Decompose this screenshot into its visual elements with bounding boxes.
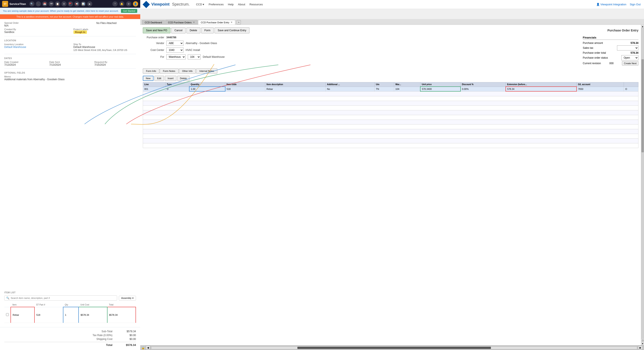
subtotals-section: Sub-Total $578.34 Tax Rate (0.00%) $0.00… [0,327,140,350]
optional-fields-header: OPTIONAL FIELDS [4,72,136,74]
form-button[interactable]: Form [201,27,214,33]
horizontal-scrollbar[interactable] [151,346,637,349]
cancel-button[interactable]: Cancel [171,27,186,33]
line-insert-button[interactable]: Insert [165,76,176,81]
search-box[interactable]: 🔍 [4,296,117,301]
row-discount: 0.00% [460,87,506,91]
vp-nav-ccd[interactable]: CCD ▾ [196,3,204,6]
rough-in-tag: Rough In [74,30,87,34]
row-unit-cost: $578.34 [78,307,107,323]
col-checkbox [4,303,11,307]
empty-row [143,101,638,105]
megaphone-icon[interactable]: 📢 [74,1,80,6]
st-nav-icons: 🔍 📞 📅 🗺 📋 ⚙ 🚩 📢 📊 ▶ [29,1,92,6]
vp-nav-help[interactable]: Help [228,3,234,6]
vendor-label: Vendor [143,42,164,45]
sales-tax-select[interactable] [617,45,638,50]
scroll-down-btn[interactable]: ▼ [641,342,644,345]
delete-button[interactable]: Delete [186,27,200,33]
scroll-resize-handle[interactable]: ◻ [641,339,644,342]
vendor-select[interactable]: ABE [166,41,184,46]
ship-to-name: Default Warehouse [74,45,136,48]
inventory-location-label: Inventory Location [4,43,67,45]
cost-center-select[interactable]: 1040 [166,47,184,53]
tab-add-button[interactable]: + [236,20,241,24]
tab-ccd-po-entry[interactable]: CCD Purchase Order Entry ✕ [198,20,235,24]
vp-table-row[interactable]: 001 D 1.00 518 Rebar No TN 104 578.3400 [143,87,638,91]
user-icon[interactable]: 👤 [133,1,138,6]
vp-nav-preferences[interactable]: Preferences [209,3,224,6]
calendar-icon[interactable]: 📅 [42,1,47,6]
th-item-code: Item code [225,82,265,87]
tab-ccd-purchase-orders[interactable]: CCD Purchase Orders ✕ [165,20,198,24]
for-warehouse-select[interactable]: Warehouse [166,54,186,59]
row-total: $578.34 [107,307,136,323]
row-item: Rebar [11,307,34,323]
vp-logo-diamond [142,1,150,8]
tab-purchase-orders-close[interactable]: ✕ [193,21,195,24]
dispatch-icon[interactable]: 🗺 [48,1,54,6]
po-status-select[interactable]: Open [621,55,638,60]
assembly-filter-btn[interactable]: Assembly ▾ [119,296,136,301]
line-edit-button[interactable]: Edit [154,76,164,81]
inventory-location-link[interactable]: Default Warehouse [4,45,26,48]
settings-icon[interactable]: ⚙ [62,1,66,6]
vp-nav-right: 👤 Viewpoint Integration Sign Out [596,3,640,6]
search-input[interactable] [11,297,115,299]
memo-label: Memo [4,75,136,78]
vp-line-items-table: Line Type Quantity Item code Item descri… [143,82,638,148]
vp-signout-link[interactable]: Sign Out [630,3,640,6]
empty-row [143,115,638,120]
th-extra [624,82,638,87]
tax-rate-label: Tax Rate (0.00%) [92,334,112,337]
tab-po-entry-close[interactable]: ✕ [230,21,232,24]
help-icon[interactable]: ? [112,1,118,6]
vp-nav-resources[interactable]: Resources [250,3,263,6]
col-st-part: ST Part # [34,303,63,307]
shipping-label: Shipping Cost [96,338,112,341]
for-code-select[interactable]: 104 [188,54,200,59]
row-item-desc: Rebar [265,87,326,91]
po-total-label: Purchase order total [583,51,606,54]
vp-right-scrollbar[interactable]: ▲ ◻ ▼ [641,25,644,345]
tax-rate-value: $0.00 [121,334,136,337]
date-sent-value: 7/13/2024 [49,63,91,66]
clipboard-icon[interactable]: 📋 [55,1,60,6]
create-next-button[interactable]: Create Next [622,61,638,65]
search-nav-icon[interactable]: 🔍 [29,1,34,6]
line-new-button[interactable]: New [143,76,154,81]
lock-icon: 🔒 [142,346,145,349]
flag-icon[interactable]: 🚩 [68,1,73,6]
po-total-value: 578.34 [630,51,638,54]
for-name: Default Warehouse [203,55,224,58]
gear-settings-icon[interactable]: ⚙ [126,1,131,6]
created-by-label: Created By [4,28,67,30]
date-sent-label: Date Sent [49,61,91,63]
save-new-po-button[interactable]: Save and New PO [143,27,170,33]
play-icon[interactable]: ▶ [87,1,92,6]
form-info-tab[interactable]: Form Info [143,68,159,74]
form-notes-tab[interactable]: Form Notes [160,68,178,74]
scroll-left-btn[interactable]: ◀ [146,346,150,350]
scroll-up-btn[interactable]: ▲ [641,25,644,28]
item-list-header: ITEM LIST [4,291,136,294]
vp-integration-link[interactable]: 👤 Viewpoint Integration [596,3,626,6]
phone-icon[interactable]: 📞 [36,1,41,6]
other-info-tab[interactable]: Other Info [179,68,196,74]
line-delete-button[interactable]: Delete [177,76,190,81]
tab-ccd-dashboard[interactable]: CCD Dashboard [142,20,165,24]
row-checkbox[interactable] [4,307,11,323]
th-type: Type [166,82,189,87]
save-continue-button[interactable]: Save and Continue Entry [214,27,250,33]
sales-tax-label: Sales tax [583,46,593,49]
internal-notes-tab[interactable]: Internal Notes [196,68,217,74]
chart-icon[interactable]: 📊 [81,1,86,6]
bell-icon[interactable]: 🔔 [119,1,124,6]
po-label: Purchase order [143,36,164,39]
subtotal-value: $578.34 [121,330,136,333]
scroll-right-btn[interactable]: ▶ [638,346,643,350]
total-label: Total [106,343,112,347]
table-row[interactable]: Rebar 518 1 $578.34 $578.34 [4,307,136,323]
get-started-button[interactable]: Get Started [121,9,137,13]
vp-nav-about[interactable]: About [238,3,245,6]
